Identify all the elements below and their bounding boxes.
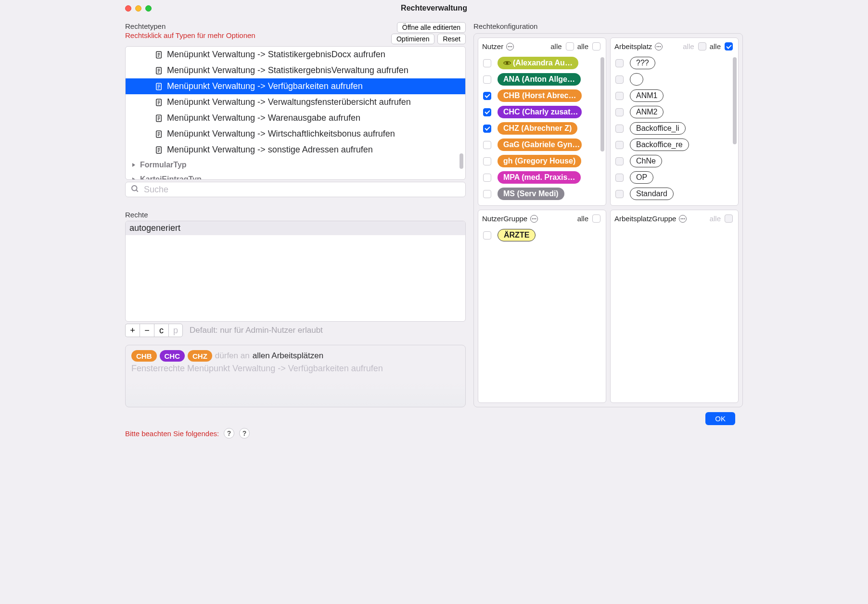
user-chip: gh (Gregory House) (498, 155, 581, 167)
item-checkbox[interactable] (483, 190, 491, 198)
more-icon[interactable] (679, 215, 687, 223)
svg-point-28 (132, 186, 137, 191)
list-item[interactable]: OP (613, 169, 735, 186)
workstation-all-checkbox-2[interactable] (725, 42, 733, 50)
workstation-group-list[interactable] (611, 225, 738, 403)
tree-scrollbar[interactable] (460, 50, 463, 176)
item-checkbox[interactable] (483, 174, 491, 182)
workstation-chip: ANM1 (630, 89, 664, 102)
tree-item[interactable]: Menüpunkt Verwaltung -> Wirtschaftlichke… (126, 126, 465, 142)
list-item[interactable] (613, 71, 735, 88)
list-item[interactable]: CHB (Horst Abrec… (481, 88, 603, 104)
search-field-container (125, 182, 466, 197)
rights-types-tree[interactable]: Menüpunkt Verwaltung -> Statistikergebni… (125, 46, 466, 180)
tree-item[interactable]: Menüpunkt Verwaltung -> Statistikergebni… (126, 47, 465, 63)
item-checkbox[interactable] (483, 125, 491, 133)
list-item[interactable]: ChNe (613, 153, 735, 169)
workstation-scrollbar[interactable] (733, 57, 737, 202)
list-item[interactable]: MPA (med. Praxis… (481, 169, 603, 186)
tree-group[interactable]: KarteiEintragTyp (126, 172, 465, 179)
list-item[interactable]: ANM2 (613, 104, 735, 120)
add-right-button[interactable]: + (125, 324, 140, 337)
more-icon[interactable] (530, 215, 538, 223)
document-icon (154, 114, 163, 123)
user-list[interactable]: (Alexandra Au…ANA (Anton Allge…CHB (Hors… (478, 53, 606, 205)
help-button-1[interactable]: ? (224, 428, 234, 439)
item-checkbox[interactable] (483, 108, 491, 116)
user-chip-label: MPA (med. Praxis… (503, 173, 575, 182)
list-item[interactable]: gh (Gregory House) (481, 153, 603, 169)
list-item[interactable]: CHZ (Abrechner Z) (481, 120, 603, 137)
user-all-checkbox-1[interactable] (566, 42, 574, 50)
description-line: Fensterrechte Menüpunkt Verwaltung -> Ve… (131, 364, 460, 374)
document-icon (154, 66, 163, 75)
tree-item-label: Menüpunkt Verwaltung -> Statistikergebni… (167, 65, 408, 76)
list-item[interactable]: MS (Serv Medi) (481, 186, 603, 202)
tree-item[interactable]: Menüpunkt Verwaltung -> Verfügbarkeiten … (126, 78, 465, 94)
titlebar: Rechteverwaltung (117, 0, 751, 16)
list-item[interactable]: ??? (613, 55, 735, 71)
ok-button[interactable]: OK (705, 412, 735, 425)
list-item[interactable]: GaG (Gabriele Gyn… (481, 137, 603, 153)
list-item[interactable]: (Alexandra Au… (481, 55, 603, 71)
open-all-edited-button[interactable]: Öffne alle editierten (397, 22, 466, 33)
rights-list[interactable]: autogeneriert (125, 221, 466, 322)
list-item[interactable]: Backoffice_re (613, 137, 735, 153)
tree-item[interactable]: Menüpunkt Verwaltung -> Verwaltungsfenst… (126, 94, 465, 110)
optimize-button[interactable]: Optimieren (391, 34, 434, 44)
item-checkbox[interactable] (483, 231, 491, 239)
svg-point-39 (535, 218, 536, 219)
remove-right-button[interactable]: − (140, 324, 154, 337)
user-group-list[interactable]: ÄRZTE (478, 225, 606, 403)
user-chip: (Alexandra Au… (498, 57, 578, 69)
search-input[interactable] (143, 184, 460, 195)
paste-right-button[interactable]: p (168, 324, 183, 337)
workstation-chip: ??? (630, 57, 655, 69)
list-item[interactable]: Backoffice_li (613, 120, 735, 137)
item-checkbox (615, 92, 624, 100)
svg-point-38 (534, 218, 535, 219)
zoom-window-button[interactable] (145, 5, 152, 12)
tree-item[interactable]: Menüpunkt Verwaltung -> Statistikergebni… (126, 63, 465, 78)
rights-list-item[interactable]: autogeneriert (126, 221, 465, 235)
notice-text: Bitte beachten Sie folgendes: (125, 429, 219, 438)
item-checkbox (615, 190, 624, 198)
list-item[interactable]: ANM1 (613, 88, 735, 104)
copy-right-button[interactable]: c (154, 324, 168, 337)
item-checkbox[interactable] (483, 157, 491, 165)
workstation-all-checkbox-1 (698, 42, 706, 50)
more-icon[interactable] (655, 43, 663, 50)
help-button-2[interactable]: ? (239, 428, 250, 439)
user-chip-label: ANA (Anton Allge… (503, 75, 575, 84)
list-item[interactable]: Standard (613, 186, 735, 202)
list-item[interactable]: ANA (Anton Allge… (481, 71, 603, 88)
tree-item-label: Menüpunkt Verwaltung -> Warenausgabe auf… (167, 113, 360, 123)
workstation-all-label-2: alle (710, 42, 721, 50)
notice-bar: Bitte beachten Sie folgendes: ? ? (117, 426, 751, 442)
user-all-checkbox-2[interactable] (592, 42, 600, 50)
workstation-list[interactable]: ???ANM1ANM2Backoffice_liBackoffice_reChN… (611, 53, 738, 205)
workstation-box: Arbeitsplatz alle alle ???ANM1ANM2Backof… (610, 38, 739, 206)
minimize-window-button[interactable] (135, 5, 141, 12)
item-checkbox[interactable] (483, 141, 491, 149)
workstation-group-box: ArbeitsplatzGruppe alle (610, 210, 739, 403)
tree-group[interactable]: FormularTyp (126, 158, 465, 172)
item-checkbox[interactable] (483, 92, 491, 100)
tree-item[interactable]: Menüpunkt Verwaltung -> sonstige Adresse… (126, 142, 465, 158)
list-item[interactable]: CHC (Charly zusat… (481, 104, 603, 120)
more-icon[interactable] (506, 43, 514, 50)
reset-button[interactable]: Reset (437, 34, 466, 44)
workstation-chip: Backoffice_li (630, 122, 686, 135)
tree-item-label: Menüpunkt Verwaltung -> sonstige Adresse… (167, 145, 373, 155)
list-item[interactable]: ÄRZTE (481, 227, 603, 243)
tree-item[interactable]: Menüpunkt Verwaltung -> Warenausgabe auf… (126, 110, 465, 126)
rights-types-hint: Rechtsklick auf Typen für mehr Optionen (125, 31, 255, 39)
item-checkbox[interactable] (483, 59, 491, 67)
document-icon (154, 82, 163, 91)
item-checkbox[interactable] (483, 76, 491, 84)
svg-point-41 (682, 218, 683, 219)
close-window-button[interactable] (125, 5, 131, 12)
window-title: Rechteverwaltung (117, 4, 751, 13)
user-group-all-checkbox[interactable] (592, 214, 600, 223)
user-scrollbar[interactable] (600, 57, 604, 202)
